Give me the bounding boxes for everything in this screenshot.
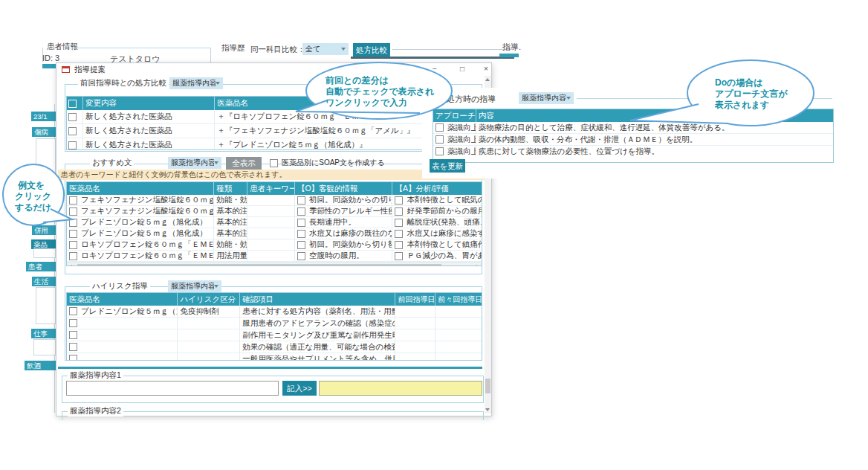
- soap-checkbox-row[interactable]: 医薬品別にSOAP文を作成する: [270, 158, 385, 168]
- callout-example-line2: クリック: [15, 191, 51, 202]
- prescription-compare-button[interactable]: 処方比較: [353, 43, 390, 57]
- chevron-down-icon: [566, 97, 571, 100]
- col-change: 変更内容: [83, 97, 215, 110]
- divider: [71, 48, 210, 48]
- col-drug: 医薬品名: [67, 293, 178, 306]
- table-row[interactable]: 薬識向上 薬の体内動態、吸収・分布・代謝・排泄（ＡＤＭＥ）を説明。: [433, 134, 833, 146]
- row-checkbox[interactable]: [435, 135, 444, 144]
- scroll-right-icon[interactable]: [476, 265, 479, 266]
- col-category: ハイリスク区分: [178, 293, 240, 306]
- table-row[interactable]: ロキソプロフェン錠６０ｍｇ「ＥＭＥＣ」 用法用量 空腹時の服用。 ＰＧ減少の為、…: [67, 251, 482, 262]
- highrisk-table: 医薬品名 ハイリスク区分 確認項目 前回指導日 前々回指導日 プレドニゾロン錠５…: [66, 292, 482, 361]
- update-table-button[interactable]: 表を更新: [430, 159, 465, 173]
- scroll-left-icon[interactable]: [69, 265, 72, 266]
- highrisk-content-dropdown[interactable]: 服薬指導内容1: [168, 280, 221, 292]
- row-checkbox[interactable]: [68, 127, 77, 135]
- subject-filter-value: 全て: [305, 44, 320, 54]
- guidance-fragment-label: 指導.: [502, 42, 521, 53]
- row-checkbox[interactable]: [297, 230, 305, 238]
- table-row[interactable]: プレドニゾロン錠５ｍｇ（旭化成） 基本的注意 水痘又は麻疹の既往のない患者。 水…: [67, 228, 482, 239]
- fill-button[interactable]: 記入>>: [282, 381, 317, 396]
- table-row[interactable]: ロキソプロフェン錠６０ｍｇ「ＥＭＥＣ」 効能・効果 初回。同薬効から切り替え。 …: [67, 239, 482, 251]
- compare-section-label: 前回指導時との処方比較: [78, 78, 169, 88]
- divider: [392, 49, 514, 50]
- callout-do: Doの場合は アプローチ文言が 表示されます: [624, 58, 825, 132]
- row-checkbox[interactable]: [395, 252, 403, 260]
- scroll-down-icon[interactable]: [485, 408, 490, 411]
- callout-do-line2: アプローチ文言が: [715, 88, 788, 99]
- row-checkbox[interactable]: [69, 241, 77, 249]
- row-checkbox[interactable]: [69, 331, 77, 339]
- table-row[interactable]: 効果の確認（適正な用量、可能な場合の検査値のモニター: [67, 341, 482, 353]
- row-checkbox[interactable]: [395, 207, 403, 216]
- sidebar-badge-date[interactable]: 23/1: [31, 112, 56, 121]
- soap-checkbox-label: 医薬品別にSOAP文を作成する: [282, 158, 385, 168]
- table-row[interactable]: プレドニゾロン錠５ｍｇ（旭化成） 基本的注意 長期連用中。 離脱症状(発熱、頭痛…: [67, 217, 482, 228]
- scroll-up-icon[interactable]: [485, 78, 490, 81]
- scrollbar-thumb[interactable]: [485, 379, 490, 393]
- panel-fragment: [36, 287, 56, 324]
- entry1-yellow-input[interactable]: [319, 381, 482, 396]
- row-checkbox[interactable]: [69, 319, 77, 327]
- highrisk-content-dropdown-value: 服薬指導内容1: [171, 281, 214, 292]
- entry1-input[interactable]: [66, 381, 279, 396]
- suggest-table-horizontal-scrollbar[interactable]: [67, 262, 482, 266]
- change-cell: 新しく処方された医薬品: [83, 138, 215, 150]
- section-separator: [58, 367, 482, 369]
- compare-content-dropdown[interactable]: 服薬指導内容1: [169, 77, 223, 89]
- sidebar-badge-disease[interactable]: 傷病: [32, 127, 56, 137]
- table-row[interactable]: フェキソフェナジン塩酸塩錠６０ｍｇ「アメル」 効能・効果 初回。同薬効からの切り…: [67, 195, 482, 206]
- row-checkbox[interactable]: [69, 355, 77, 361]
- row-checkbox[interactable]: [297, 252, 305, 260]
- subject-filter-dropdown[interactable]: 全て: [302, 43, 349, 55]
- table-row[interactable]: プレドニゾロン錠５ｍｇ（旭化成） 免疫抑制剤 患者に対する処方内容（薬剤名、用法…: [67, 306, 482, 318]
- row-checkbox[interactable]: [395, 241, 403, 249]
- table-row[interactable]: 薬識向上 疾患に対して薬物療法の必要性、位置づけを指導。: [433, 146, 833, 157]
- row-checkbox[interactable]: [68, 113, 77, 121]
- callout-diff: 前回との差分は 自動でチェックで表示され ワンクリックで入力: [290, 59, 461, 126]
- row-checkbox[interactable]: [395, 230, 403, 238]
- row-checkbox[interactable]: [69, 252, 77, 260]
- table-row[interactable]: 一般用医薬品やサプリメント等を含め、併用薬及びグレー: [67, 353, 482, 361]
- row-checkbox[interactable]: [297, 207, 305, 216]
- table-row[interactable]: 副作用モニタリング及び重篤な副作用発生時の対処方法の: [67, 329, 482, 341]
- callout-example-line1: 例文を: [17, 180, 45, 190]
- col-prev2-date: 前々回指導日: [435, 293, 482, 306]
- col-keyword: 患者キーワード: [247, 182, 295, 195]
- patient-info-group-label: 患者情報: [47, 42, 78, 52]
- sidebar-badge-alcohol[interactable]: 飲酒: [25, 361, 56, 370]
- soap-checkbox[interactable]: [270, 159, 278, 167]
- row-checkbox[interactable]: [395, 196, 403, 205]
- row-checkbox[interactable]: [297, 219, 305, 227]
- sidebar-badge-patient[interactable]: 患者: [26, 262, 56, 271]
- row-checkbox[interactable]: [297, 196, 305, 205]
- teal-bar-fragment: [499, 54, 519, 57]
- suggest-table-header: 医薬品名 種類 患者キーワード 【O】客観的情報 【A】分析/評価: [67, 182, 482, 195]
- row-checkbox[interactable]: [435, 147, 444, 155]
- dialog-title: 指導提案: [74, 65, 106, 75]
- select-all-checkbox[interactable]: [68, 100, 77, 108]
- highrisk-table-header: 医薬品名 ハイリスク区分 確認項目 前回指導日 前々回指導日: [67, 293, 482, 306]
- chevron-down-icon: [216, 82, 220, 85]
- callout-diff-line2: 自動でチェックで表示され: [326, 86, 435, 97]
- row-checkbox[interactable]: [69, 343, 77, 351]
- table-row[interactable]: 服用患者のアドヒアランスの確認（感染症の発症や悪化: [67, 318, 482, 329]
- callout-diff-line3: ワンクリックで入力: [326, 97, 407, 108]
- compare-content-dropdown-value: 服薬指導内容1: [172, 78, 216, 88]
- col-drug: 医薬品名: [67, 182, 214, 195]
- table-row[interactable]: フェキソフェナジン塩酸塩錠６０ｍｇ「アメル」 基本的注意 季節性のアレルギー性疾…: [67, 206, 482, 217]
- sidebar-badge-work[interactable]: 仕事: [31, 329, 56, 338]
- close-button[interactable]: ×: [479, 64, 493, 74]
- do-content-dropdown[interactable]: 服薬指導内容1: [519, 92, 574, 104]
- row-checkbox[interactable]: [297, 241, 305, 249]
- sidebar-badge-life[interactable]: 生活: [32, 277, 56, 286]
- row-checkbox[interactable]: [68, 141, 77, 149]
- show-all-button[interactable]: 全表示: [226, 157, 262, 170]
- col-assessment: 【A】分析/評価: [392, 182, 482, 195]
- scrollbar-thumb[interactable]: [77, 264, 441, 266]
- suggest-content-dropdown[interactable]: 服薬指導内容1: [168, 157, 221, 169]
- row-checkbox[interactable]: [395, 219, 403, 227]
- table-row[interactable]: 新しく処方された医薬品 ＋『プレドニゾロン錠５ｍｇ（旭化成）』: [67, 138, 482, 150]
- row-checkbox[interactable]: [69, 307, 77, 315]
- divider: [210, 48, 211, 62]
